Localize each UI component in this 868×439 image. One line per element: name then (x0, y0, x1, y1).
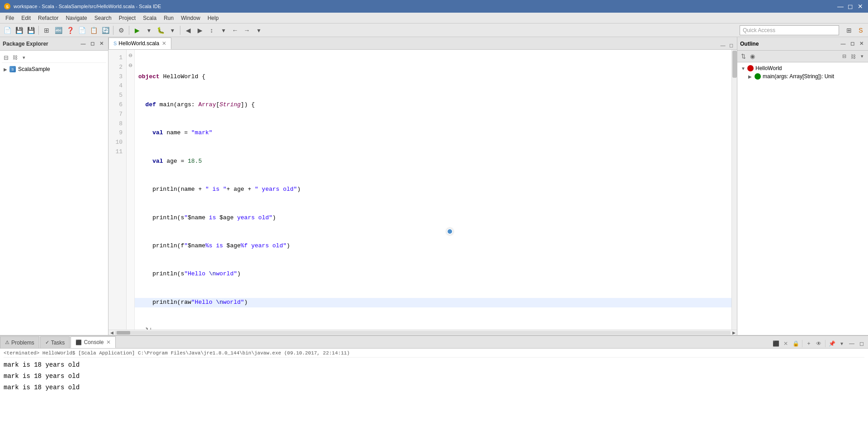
toolbar-run-btn[interactable]: ▶ (132, 25, 142, 36)
toolbar-save-btn[interactable]: 💾 (14, 25, 24, 36)
toolbar-prev-btn[interactable]: ◀ (183, 25, 193, 36)
code-line-3: val name = "mark" (135, 128, 731, 138)
toolbar-perspective-btn[interactable]: ⊞ (844, 25, 854, 36)
gutter-fold-2[interactable]: ⊖ (127, 61, 134, 70)
toolbar-btn-7[interactable]: 📋 (88, 25, 99, 36)
code-line-8: println(s"Hello \nworld") (135, 269, 731, 279)
menu-project[interactable]: Project (115, 14, 139, 22)
toolbar-sep4 (180, 26, 180, 35)
toolbar-nav-btn[interactable]: ↕ (206, 25, 217, 36)
outline-filter-btn[interactable]: ◉ (748, 52, 756, 61)
outline-method-item[interactable]: ▶ main(args: Array[String]): Unit (739, 72, 866, 80)
window-title: workspace - Scala - ScalaSample/src/Hell… (14, 4, 836, 9)
code-line-7: println(f"$name%s is $age%f years old") (135, 241, 731, 251)
h-scroll-track[interactable] (115, 331, 731, 335)
menu-help[interactable]: Help (204, 14, 222, 22)
toolbar-btn-3[interactable]: ⊞ (41, 25, 52, 36)
code-line-5: println(name + " is "+ age + " years old… (135, 185, 731, 194)
code-line-10: }| (135, 326, 731, 330)
console-pin-btn[interactable]: 📌 (827, 339, 836, 348)
code-editor[interactable]: object HelloWorld { def main(args: Array… (135, 50, 731, 330)
menu-scala[interactable]: Scala (139, 14, 160, 22)
toolbar-fwd-dropdown[interactable]: ▾ (253, 25, 264, 36)
tree-arrow-project: ▶ (4, 67, 9, 72)
minimize-button[interactable]: — (836, 2, 844, 10)
console-scroll-lock-btn[interactable]: 🔒 (791, 339, 800, 348)
toolbar-btn-8[interactable]: 🔄 (100, 25, 111, 36)
h-scroll-thumb[interactable] (117, 331, 130, 335)
outline-sort-btn[interactable]: ⇅ (739, 52, 747, 61)
scrollbar-thumb[interactable] (732, 51, 737, 78)
title-bar: S workspace - Scala - ScalaSample/src/He… (0, 0, 868, 13)
outline-header: Outline — ◻ ✕ (737, 37, 868, 51)
editor-minimize-btn[interactable]: — (719, 41, 727, 49)
package-explorer-title: Package Explorer (3, 41, 79, 47)
toolbar-debug-btn[interactable]: 🐛 (155, 25, 166, 36)
panel-close-btn[interactable]: ✕ (97, 40, 105, 48)
outline-minimize-btn[interactable]: — (839, 40, 847, 48)
outline-menu-btn[interactable]: ▾ (858, 52, 866, 61)
tab-close-btn[interactable]: ✕ (162, 40, 166, 47)
console-tab-close[interactable]: ✕ (106, 339, 111, 345)
tab-tasks[interactable]: ✓ Tasks (40, 336, 70, 348)
console-new-btn[interactable]: + (804, 339, 813, 348)
toolbar-scala-btn[interactable]: S (855, 25, 866, 36)
console-stop-btn[interactable]: ⬛ (771, 339, 780, 348)
pe-menu-btn[interactable]: ▾ (20, 53, 28, 61)
menu-run[interactable]: Run (160, 14, 177, 22)
menu-search[interactable]: Search (91, 14, 115, 22)
toolbar-run-dropdown[interactable]: ▾ (143, 25, 154, 36)
center-area: S HelloWorld.scala ✕ — ◻ 1 2 3 4 5 6 7 8… (108, 37, 737, 335)
console-maximize-btn[interactable]: ◻ (857, 339, 866, 348)
toolbar-btn-5[interactable]: ❓ (65, 25, 75, 36)
toolbar-save-all-btn[interactable]: 💾 (25, 25, 36, 36)
toolbar-debug-dropdown[interactable]: ▾ (167, 25, 178, 36)
editor-maximize-btn[interactable]: ◻ (727, 41, 735, 49)
tree-item-project[interactable]: ▶ S ScalaSample (2, 65, 106, 74)
outline-maximize-btn[interactable]: ◻ (848, 40, 856, 48)
tab-scala-icon: S (113, 41, 117, 46)
gutter-line-11 (127, 139, 134, 147)
menu-refactor[interactable]: Refactor (34, 14, 62, 22)
outline-close-btn[interactable]: ✕ (857, 40, 865, 48)
line-num-11: 11 (108, 147, 126, 157)
h-scroll-right[interactable]: ▶ (731, 330, 737, 335)
console-clear-btn[interactable]: ✕ (781, 339, 790, 348)
gutter-line-3 (127, 69, 134, 78)
toolbar-nav-dropdown[interactable]: ▾ (218, 25, 229, 36)
editor-h-scrollbar: ◀ ▶ (108, 330, 737, 335)
toolbar-external-tool-btn[interactable]: ⚙ (116, 25, 127, 36)
h-scroll-left[interactable]: ◀ (108, 330, 115, 335)
pe-link-btn[interactable]: ⛓ (11, 53, 19, 61)
tab-console[interactable]: ⬛ Console ✕ (71, 336, 116, 348)
outline-collapse-btn[interactable]: ⊟ (840, 52, 848, 61)
tab-problems[interactable]: ⚠ Problems (0, 336, 39, 348)
pe-collapse-btn[interactable]: ⊟ (2, 53, 10, 61)
toolbar-next-btn[interactable]: ▶ (194, 25, 205, 36)
outline-title: Outline (740, 41, 759, 47)
console-minimize-btn[interactable]: — (847, 339, 856, 348)
toolbar-new-btn[interactable]: 📄 (2, 25, 13, 36)
menu-edit[interactable]: Edit (18, 14, 34, 22)
close-button[interactable]: ✕ (856, 2, 864, 10)
toolbar-btn-4[interactable]: 🔤 (53, 25, 64, 36)
gutter-fold-1[interactable]: ⊖ (127, 50, 134, 61)
console-pin-dropdown[interactable]: ▾ (837, 339, 846, 348)
quick-access-box[interactable]: Quick Access (740, 25, 839, 35)
toolbar-sep1 (38, 26, 39, 35)
toolbar-btn-6[interactable]: 📄 (76, 25, 87, 36)
outline-class-item[interactable]: ▼ HelloWorld (739, 64, 866, 72)
menu-window[interactable]: Window (177, 14, 204, 22)
outline-link-btn[interactable]: ⛓ (849, 52, 857, 61)
panel-minimize-btn[interactable]: — (79, 40, 87, 48)
toolbar-fwd-btn[interactable]: → (241, 25, 252, 36)
panel-maximize-btn[interactable]: ◻ (88, 40, 96, 48)
editor-scrollbar[interactable] (731, 50, 737, 330)
editor-tab-helloworld[interactable]: S HelloWorld.scala ✕ (108, 38, 171, 49)
console-view-btn[interactable]: 👁 (814, 339, 823, 348)
editor-gutter: ⊖ ⊖ (127, 50, 135, 330)
restore-button[interactable]: ◻ (846, 2, 854, 10)
menu-file[interactable]: File (2, 14, 18, 22)
toolbar-back-btn[interactable]: ← (230, 25, 241, 36)
menu-navigate[interactable]: Navigate (62, 14, 90, 22)
